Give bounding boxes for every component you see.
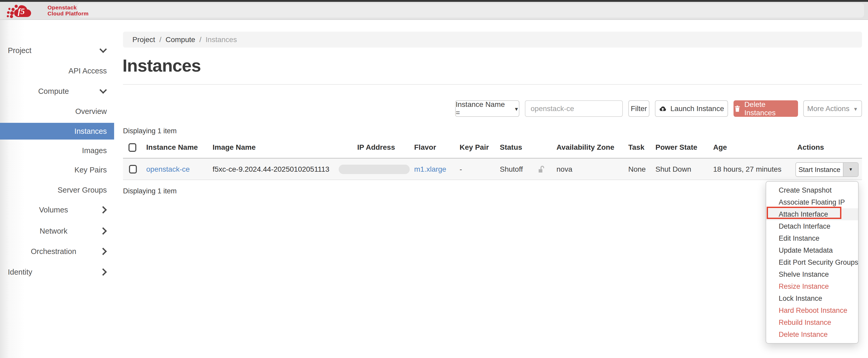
- sidebar-item-label: Orchestration: [31, 247, 76, 256]
- more-actions-label: More Actions: [807, 105, 849, 113]
- horizon-dashboard: f5 Openstack Cloud Platform Project API …: [0, 0, 868, 358]
- chevron-right-icon: [99, 206, 107, 213]
- sidebar-item-label: Volumes: [39, 206, 68, 214]
- menu-item-hard-reboot-instance[interactable]: Hard Reboot Instance: [766, 304, 858, 317]
- breadcrumb-instances: Instances: [206, 35, 237, 44]
- ip-address-redacted: [339, 165, 410, 174]
- sidebar-item-label: Network: [40, 227, 67, 235]
- delete-instances-button[interactable]: Delete Instances: [734, 100, 798, 117]
- sidebar: Project API Access Compute Overview Inst…: [0, 20, 114, 358]
- trash-icon: [734, 105, 741, 112]
- sidebar-item-instances[interactable]: Instances: [0, 123, 114, 140]
- sidebar-item-label: Identity: [8, 268, 32, 276]
- column-header-instance-name[interactable]: Instance Name: [146, 143, 198, 152]
- title-divider: [123, 84, 862, 85]
- column-header-status[interactable]: Status: [500, 143, 522, 152]
- image-name-cell: f5xc-ce-9.2024.44-20250102051113: [213, 159, 329, 180]
- unlock-icon: [536, 165, 546, 174]
- launch-instance-label: Launch Instance: [670, 105, 724, 113]
- instance-name-link[interactable]: openstack-ce: [146, 159, 190, 180]
- sidebar-item-label: Instances: [74, 127, 107, 136]
- f5-cloud-logo-icon: f5: [6, 3, 45, 18]
- sidebar-item-project[interactable]: Project: [0, 42, 114, 59]
- svg-text:f5: f5: [18, 6, 25, 16]
- menu-item-delete-instance[interactable]: Delete Instance: [766, 328, 858, 340]
- filter-value-input[interactable]: [525, 100, 623, 117]
- cloud-upload-icon: [659, 105, 666, 113]
- top-bar-panel: [78, 3, 864, 18]
- sidebar-item-label: Compute: [38, 87, 69, 95]
- menu-item-attach-interface[interactable]: Attach Interface: [766, 208, 858, 220]
- menu-item-edit-instance[interactable]: Edit Instance: [766, 232, 858, 244]
- sidebar-item-label: Server Groups: [57, 186, 107, 194]
- sidebar-item-api-access[interactable]: API Access: [0, 62, 114, 79]
- menu-item-rebuild-instance[interactable]: Rebuild Instance: [766, 317, 858, 328]
- column-header-image-name[interactable]: Image Name: [213, 143, 256, 152]
- breadcrumb-compute[interactable]: Compute: [165, 35, 195, 44]
- sidebar-item-compute[interactable]: Compute: [0, 83, 107, 99]
- sidebar-item-orchestration[interactable]: Orchestration: [0, 243, 107, 260]
- menu-item-lock-instance[interactable]: Lock Instance: [766, 292, 858, 304]
- filter-field-label: Instance Name =: [456, 100, 510, 117]
- caret-down-icon: [514, 107, 519, 112]
- column-header-actions: Actions: [797, 143, 824, 152]
- table-row: openstack-ce f5xc-ce-9.2024.44-202501020…: [123, 159, 862, 180]
- row-checkbox[interactable]: [129, 165, 137, 174]
- start-instance-button[interactable]: Start Instance: [796, 163, 843, 176]
- column-header-flavor[interactable]: Flavor: [414, 143, 436, 152]
- menu-item-update-metadata[interactable]: Update Metadata: [766, 244, 858, 256]
- brand-line2: Cloud Platform: [48, 10, 89, 17]
- flavor-link[interactable]: m1.xlarge: [414, 159, 446, 180]
- column-header-key-pair[interactable]: Key Pair: [460, 143, 489, 152]
- menu-item-edit-port-security-groups[interactable]: Edit Port Security Groups: [766, 256, 858, 268]
- breadcrumb-separator: [195, 35, 206, 44]
- top-bar: f5 Openstack Cloud Platform: [0, 0, 868, 20]
- actions-dropdown-toggle[interactable]: [843, 163, 858, 176]
- key-pair-cell: -: [460, 159, 462, 180]
- sidebar-item-images[interactable]: Images: [0, 142, 114, 159]
- filter-button[interactable]: Filter: [628, 100, 649, 117]
- more-actions-button[interactable]: More Actions: [803, 100, 862, 117]
- menu-item-associate-floating-ip[interactable]: Associate Floating IP: [766, 196, 858, 208]
- sidebar-item-identity[interactable]: Identity: [0, 264, 114, 280]
- column-header-task[interactable]: Task: [628, 143, 645, 152]
- filter-button-label: Filter: [631, 105, 647, 113]
- sidebar-item-server-groups[interactable]: Server Groups: [0, 182, 114, 198]
- task-cell: None: [628, 159, 646, 180]
- menu-item-detach-interface[interactable]: Detach Interface: [766, 220, 858, 232]
- launch-instance-button[interactable]: Launch Instance: [655, 100, 728, 117]
- delete-instances-label: Delete Instances: [744, 100, 798, 117]
- sidebar-item-label: Project: [8, 46, 31, 55]
- power-state-cell: Shut Down: [655, 159, 691, 180]
- chevron-right-icon: [99, 268, 107, 276]
- item-count-bottom: Displaying 1 item: [123, 187, 177, 195]
- sidebar-item-key-pairs[interactable]: Key Pairs: [0, 161, 114, 178]
- column-header-ip-address[interactable]: IP Address: [357, 143, 395, 152]
- item-count-top: Displaying 1 item: [123, 127, 177, 135]
- sidebar-item-label: API Access: [68, 67, 107, 75]
- sidebar-item-network[interactable]: Network: [0, 222, 107, 239]
- column-header-age[interactable]: Age: [713, 143, 727, 152]
- breadcrumb-separator: [155, 35, 165, 44]
- sidebar-item-volumes[interactable]: Volumes: [0, 202, 107, 218]
- status-cell: Shutoff: [500, 159, 523, 180]
- brand-logo[interactable]: f5 Openstack Cloud Platform: [6, 2, 89, 19]
- sidebar-item-overview[interactable]: Overview: [0, 103, 114, 120]
- column-header-availability-zone[interactable]: Availability Zone: [556, 143, 614, 152]
- chevron-right-icon: [99, 248, 107, 255]
- instance-actions-menu: Create Snapshot Associate Floating IP At…: [766, 181, 859, 344]
- sidebar-item-label: Overview: [75, 107, 107, 116]
- select-all-checkbox[interactable]: [128, 143, 136, 152]
- brand-text: Openstack Cloud Platform: [48, 4, 89, 17]
- age-cell: 18 hours, 27 minutes: [713, 159, 781, 180]
- menu-item-create-snapshot[interactable]: Create Snapshot: [766, 184, 858, 196]
- column-header-power-state[interactable]: Power State: [655, 143, 697, 152]
- filter-field-dropdown[interactable]: Instance Name =: [455, 100, 519, 117]
- page-title: Instances: [122, 55, 201, 76]
- menu-item-shelve-instance[interactable]: Shelve Instance: [766, 268, 858, 280]
- instance-action-split-button: Start Instance: [796, 162, 859, 177]
- caret-down-icon: [853, 107, 858, 112]
- menu-item-resize-instance[interactable]: Resize Instance: [766, 280, 858, 292]
- breadcrumb-project[interactable]: Project: [132, 35, 155, 44]
- chevron-down-icon: [99, 46, 107, 53]
